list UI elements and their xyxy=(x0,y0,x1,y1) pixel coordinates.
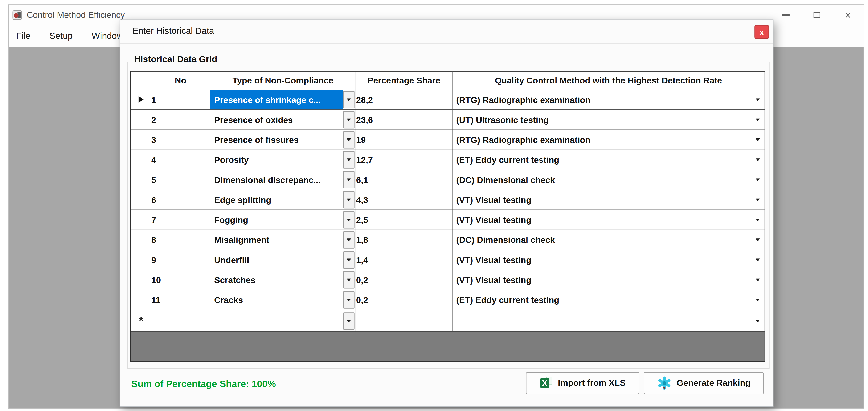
cell-no[interactable] xyxy=(151,310,210,332)
cell-no[interactable]: 2 xyxy=(151,110,210,130)
cell-no[interactable]: 9 xyxy=(151,250,210,270)
cell-method[interactable]: (DC) Dimensional check xyxy=(452,170,765,190)
method-dropdown-button[interactable] xyxy=(751,218,765,221)
row-selector[interactable] xyxy=(131,190,151,210)
cell-no[interactable]: 1 xyxy=(151,90,210,110)
cell-share[interactable]: 1,4 xyxy=(356,250,452,270)
cell-share[interactable]: 12,7 xyxy=(356,150,452,170)
cell-share[interactable]: 23,6 xyxy=(356,110,452,130)
type-dropdown-button[interactable] xyxy=(343,231,354,248)
cell-no[interactable]: 8 xyxy=(151,230,210,250)
type-dropdown-button[interactable] xyxy=(343,151,354,169)
row-selector[interactable] xyxy=(131,170,151,190)
row-selector[interactable] xyxy=(131,210,151,230)
cell-method[interactable]: (VT) Visual testing xyxy=(452,210,765,230)
type-dropdown-button[interactable] xyxy=(343,171,354,189)
method-dropdown-button[interactable] xyxy=(751,178,765,181)
type-dropdown-button[interactable] xyxy=(343,111,354,128)
cell-share[interactable] xyxy=(356,310,452,332)
row-selector[interactable] xyxy=(131,90,151,110)
type-dropdown-button[interactable] xyxy=(343,211,354,229)
dialog-titlebar[interactable]: Enter Historical Data x xyxy=(120,20,773,44)
dropdown-arrow-icon xyxy=(756,159,760,161)
cell-share[interactable]: 6,1 xyxy=(356,170,452,190)
type-dropdown-button[interactable] xyxy=(343,271,354,288)
menu-file[interactable]: File xyxy=(16,31,30,41)
cell-type[interactable]: Cracks xyxy=(210,290,356,310)
dialog-close-button[interactable]: x xyxy=(754,25,769,39)
method-dropdown-button[interactable] xyxy=(751,199,765,201)
cell-method[interactable]: (ET) Eddy current testing xyxy=(452,290,765,310)
cell-no[interactable]: 11 xyxy=(151,290,210,310)
cell-no[interactable]: 6 xyxy=(151,190,210,210)
type-dropdown-button[interactable] xyxy=(343,191,354,208)
cell-type[interactable]: Misalignment xyxy=(210,230,356,250)
cell-method[interactable]: (RTG) Radiographic examination xyxy=(452,90,765,110)
cell-type[interactable]: Presence of oxides xyxy=(210,110,356,130)
row-selector[interactable] xyxy=(131,270,151,290)
cell-share[interactable]: 2,5 xyxy=(356,210,452,230)
cell-type[interactable]: Presence of shrinkage c... xyxy=(210,90,356,110)
method-dropdown-button[interactable] xyxy=(751,319,765,322)
type-dropdown-button[interactable] xyxy=(343,292,354,309)
row-selector[interactable] xyxy=(131,110,151,130)
menu-window[interactable]: Window xyxy=(92,31,123,41)
cell-no[interactable]: 3 xyxy=(151,130,210,150)
header-share[interactable]: Percentage Share xyxy=(356,71,452,90)
cell-share[interactable]: 0,2 xyxy=(356,290,452,310)
cell-no[interactable]: 4 xyxy=(151,150,210,170)
method-dropdown-button[interactable] xyxy=(751,279,765,281)
row-selector[interactable] xyxy=(131,130,151,150)
cell-method[interactable]: (ET) Eddy current testing xyxy=(452,150,765,170)
cell-type[interactable]: Edge splitting xyxy=(210,190,356,210)
cell-type[interactable]: Underfill xyxy=(210,250,356,270)
cell-method[interactable]: (RTG) Radiographic examination xyxy=(452,130,765,150)
cell-no[interactable]: 5 xyxy=(151,170,210,190)
row-selector[interactable] xyxy=(131,230,151,250)
method-dropdown-button[interactable] xyxy=(751,118,765,121)
maximize-button[interactable] xyxy=(801,5,833,25)
header-type[interactable]: Type of Non-Compliance xyxy=(210,71,356,90)
type-dropdown-button[interactable] xyxy=(343,251,354,269)
new-row-selector[interactable]: * xyxy=(131,310,151,332)
dialog-close-icon: x xyxy=(760,28,764,36)
cell-method[interactable]: (DC) Dimensional check xyxy=(452,230,765,250)
row-selector[interactable] xyxy=(131,250,151,270)
type-dropdown-button[interactable] xyxy=(343,91,354,108)
import-from-xls-button[interactable]: X Import from XLS xyxy=(526,372,640,394)
cell-share[interactable]: 0,2 xyxy=(356,270,452,290)
row-selector[interactable] xyxy=(131,150,151,170)
cell-no[interactable]: 10 xyxy=(151,270,210,290)
cell-share[interactable]: 4,3 xyxy=(356,190,452,210)
cell-type[interactable] xyxy=(210,310,356,332)
cell-no[interactable]: 7 xyxy=(151,210,210,230)
method-dropdown-button[interactable] xyxy=(751,138,765,141)
minimize-button[interactable] xyxy=(770,5,801,25)
cell-method[interactable]: (UT) Ultrasonic testing xyxy=(452,110,765,130)
cell-type[interactable]: Scratches xyxy=(210,270,356,290)
cell-method[interactable]: (VT) Visual testing xyxy=(452,190,765,210)
header-no[interactable]: No xyxy=(151,71,210,90)
generate-ranking-button[interactable]: Generate Ranking xyxy=(644,372,764,394)
cell-share[interactable]: 28,2 xyxy=(356,90,452,110)
menu-setup[interactable]: Setup xyxy=(50,31,73,41)
cell-method[interactable]: (VT) Visual testing xyxy=(452,270,765,290)
close-button[interactable]: × xyxy=(833,5,864,25)
row-selector[interactable] xyxy=(131,290,151,310)
type-dropdown-button[interactable] xyxy=(343,312,354,330)
cell-method[interactable] xyxy=(452,310,765,332)
cell-type[interactable]: Fogging xyxy=(210,210,356,230)
method-dropdown-button[interactable] xyxy=(751,239,765,241)
cell-share[interactable]: 1,8 xyxy=(356,230,452,250)
cell-method[interactable]: (VT) Visual testing xyxy=(452,250,765,270)
method-dropdown-button[interactable] xyxy=(751,259,765,261)
method-dropdown-button[interactable] xyxy=(751,299,765,301)
type-dropdown-button[interactable] xyxy=(343,131,354,148)
cell-type[interactable]: Presence of fissures xyxy=(210,130,356,150)
method-dropdown-button[interactable] xyxy=(751,98,765,101)
header-method[interactable]: Quality Control Method with the Highest … xyxy=(452,71,765,90)
cell-type[interactable]: Porosity xyxy=(210,150,356,170)
cell-type[interactable]: Dimensional discrepanc... xyxy=(210,170,356,190)
method-dropdown-button[interactable] xyxy=(751,159,765,161)
cell-share[interactable]: 19 xyxy=(356,130,452,150)
